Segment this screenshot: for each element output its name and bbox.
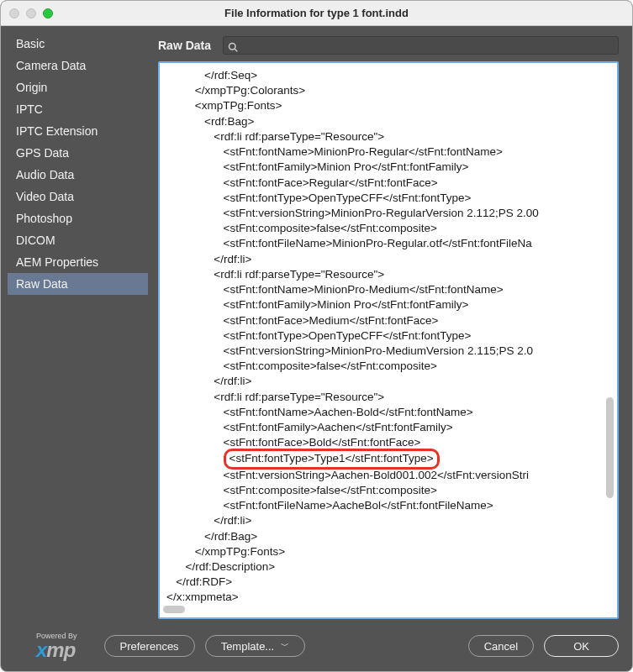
window-zoom-button[interactable] bbox=[43, 8, 53, 18]
raw-line: <stFnt:versionString>Aachen-Bold001.002<… bbox=[166, 468, 610, 483]
raw-line: </x:xmpmeta> bbox=[166, 590, 610, 605]
main-panel: Raw Data </rdf:Seq> </xmpTPg:Colorants> … bbox=[155, 33, 625, 626]
sidebar-item-iptc[interactable]: IPTC bbox=[8, 98, 148, 120]
vertical-scrollbar[interactable] bbox=[606, 113, 615, 602]
xmp-logo-x: x bbox=[36, 638, 46, 661]
raw-line: <stFnt:composite>false</stFnt:composite> bbox=[166, 483, 610, 498]
sidebar: BasicCamera DataOriginIPTCIPTC Extension… bbox=[1, 33, 148, 626]
dialog-body: BasicCamera DataOriginIPTCIPTC Extension… bbox=[1, 26, 632, 626]
raw-line: <stFnt:fontType>OpenTypeCFF</stFnt:fontT… bbox=[166, 328, 610, 344]
raw-line: <stFnt:versionString>MinionPro-RegularVe… bbox=[166, 206, 610, 221]
sidebar-item-video-data[interactable]: Video Data bbox=[8, 186, 148, 207]
preferences-button[interactable]: Preferences bbox=[104, 635, 195, 657]
window-close-button[interactable] bbox=[9, 8, 19, 18]
ok-label: OK bbox=[573, 640, 589, 653]
panel-title: Raw Data bbox=[158, 39, 211, 52]
raw-line: </rdf:Seq> bbox=[166, 68, 610, 83]
raw-line: <stFnt:fontFamily>Minion Pro</stFnt:font… bbox=[166, 160, 610, 175]
cancel-label: Cancel bbox=[484, 640, 518, 653]
highlighted-fonttype: <stFnt:fontType>Type1</stFnt:fontType> bbox=[224, 449, 440, 469]
xmp-logo-mp: mp bbox=[46, 638, 75, 661]
sidebar-item-dicom[interactable]: DICOM bbox=[8, 229, 148, 251]
file-info-window: File Information for type 1 font.indd Ba… bbox=[0, 0, 633, 672]
sidebar-item-origin[interactable]: Origin bbox=[8, 76, 148, 98]
sidebar-item-audio-data[interactable]: Audio Data bbox=[8, 164, 148, 186]
powered-by-xmp: Powered By xmp bbox=[36, 633, 77, 660]
horizontal-scrollbar[interactable] bbox=[163, 606, 604, 614]
raw-line: <stFnt:composite>false</stFnt:composite> bbox=[166, 221, 610, 236]
raw-line: </rdf:Description> bbox=[166, 559, 610, 575]
sidebar-item-aem-properties[interactable]: AEM Properties bbox=[8, 251, 148, 273]
raw-line: <stFnt:fontName>Aachen-Bold</stFnt:fontN… bbox=[166, 405, 610, 420]
raw-line: </rdf:li> bbox=[166, 374, 610, 389]
raw-line: <stFnt:fontName>MinionPro-Regular</stFnt… bbox=[166, 144, 610, 160]
raw-line: <stFnt:fontFace>Regular</stFnt:fontFace> bbox=[166, 176, 610, 191]
raw-line: <stFnt:versionString>MinionPro-MediumVer… bbox=[166, 344, 610, 359]
preferences-label: Preferences bbox=[120, 640, 179, 653]
footer: Powered By xmp Preferences Template... ﹀… bbox=[1, 626, 632, 671]
raw-line: </rdf:li> bbox=[166, 513, 610, 528]
search-wrap bbox=[223, 36, 619, 55]
raw-line: <stFnt:fontFamily>Aachen</stFnt:fontFami… bbox=[166, 420, 610, 435]
vertical-scroll-thumb[interactable] bbox=[606, 397, 614, 498]
raw-line: <stFnt:composite>false</stFnt:composite> bbox=[166, 359, 610, 374]
raw-line: <rdf:li rdf:parseType="Resource"> bbox=[166, 129, 610, 144]
sidebar-item-photoshop[interactable]: Photoshop bbox=[8, 207, 148, 229]
main-header: Raw Data bbox=[155, 33, 625, 61]
template-dropdown[interactable]: Template... ﹀ bbox=[205, 635, 306, 657]
chevron-down-icon: ﹀ bbox=[281, 640, 289, 652]
raw-line: <rdf:li rdf:parseType="Resource"> bbox=[166, 267, 610, 282]
raw-line: </rdf:li> bbox=[166, 252, 610, 267]
window-minimize-button[interactable] bbox=[26, 8, 36, 18]
svg-point-0 bbox=[229, 44, 236, 50]
search-input[interactable] bbox=[223, 36, 619, 55]
sidebar-item-iptc-extension[interactable]: IPTC Extension bbox=[8, 120, 148, 142]
raw-data-panel: </rdf:Seq> </xmpTPg:Colorants> <xmpTPg:F… bbox=[158, 61, 619, 619]
raw-line: <xmpTPg:Fonts> bbox=[166, 98, 610, 113]
sidebar-item-raw-data[interactable]: Raw Data bbox=[8, 273, 148, 295]
sidebar-item-gps-data[interactable]: GPS Data bbox=[8, 142, 148, 164]
raw-line: <stFnt:fontFace>Medium</stFnt:fontFace> bbox=[166, 313, 610, 328]
search-icon bbox=[228, 40, 238, 50]
window-title: File Information for type 1 font.indd bbox=[1, 7, 632, 19]
template-label: Template... bbox=[221, 640, 275, 653]
raw-line: <stFnt:fontType>Type1</stFnt:fontType> bbox=[166, 450, 610, 467]
sidebar-item-camera-data[interactable]: Camera Data bbox=[8, 55, 148, 76]
raw-line: </xmpTPg:Colorants> bbox=[166, 83, 610, 98]
horizontal-scroll-thumb[interactable] bbox=[163, 606, 185, 613]
svg-line-1 bbox=[235, 49, 237, 51]
xmp-logo: xmp bbox=[36, 640, 75, 660]
raw-line: <stFnt:fontType>OpenTypeCFF</stFnt:fontT… bbox=[166, 191, 610, 206]
cancel-button[interactable]: Cancel bbox=[468, 635, 534, 657]
titlebar: File Information for type 1 font.indd bbox=[1, 1, 632, 26]
traffic-lights bbox=[9, 8, 53, 18]
raw-line: <rdf:Bag> bbox=[166, 114, 610, 129]
raw-line: </xmpTPg:Fonts> bbox=[166, 544, 610, 559]
raw-data-content[interactable]: </rdf:Seq> </xmpTPg:Colorants> <xmpTPg:F… bbox=[160, 63, 617, 617]
raw-line: </rdf:RDF> bbox=[166, 575, 610, 590]
raw-line: <stFnt:fontName>MinionPro-Medium</stFnt:… bbox=[166, 282, 610, 297]
raw-line: <stFnt:fontFamily>Minion Pro</stFnt:font… bbox=[166, 297, 610, 312]
raw-line: <stFnt:fontFileName>MinionPro-Regular.ot… bbox=[166, 236, 610, 251]
raw-line: <rdf:li rdf:parseType="Resource"> bbox=[166, 390, 610, 405]
ok-button[interactable]: OK bbox=[544, 635, 619, 657]
raw-line: </rdf:Bag> bbox=[166, 529, 610, 544]
sidebar-item-basic[interactable]: Basic bbox=[8, 33, 148, 55]
raw-line: <stFnt:fontFileName>AacheBol</stFnt:font… bbox=[166, 498, 610, 513]
